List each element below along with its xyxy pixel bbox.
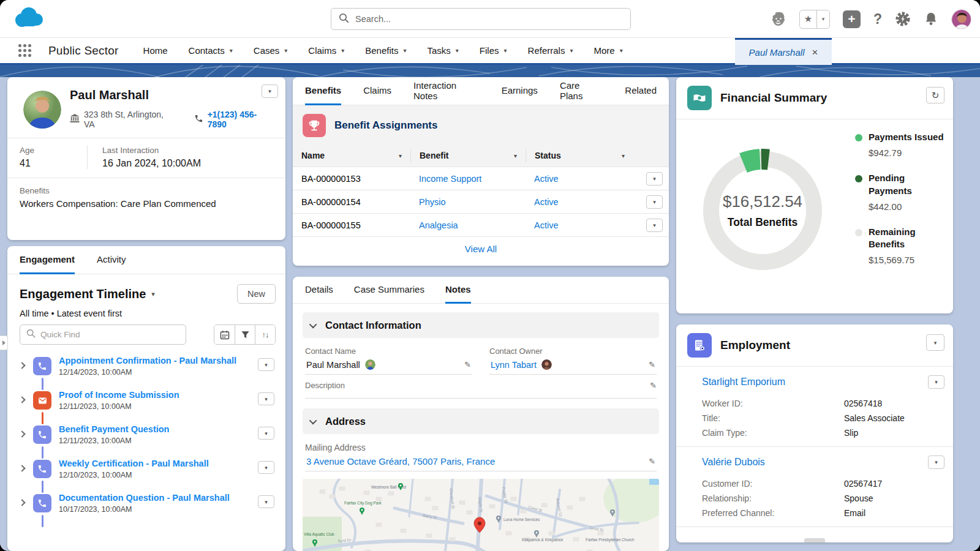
- notifications-bell-icon[interactable]: [924, 12, 938, 27]
- favorites-control[interactable]: ★ ▾: [799, 10, 830, 29]
- row-actions-dropdown[interactable]: ▾: [646, 195, 663, 209]
- section-address[interactable]: Address: [303, 408, 659, 434]
- timeline-item-title[interactable]: Appointment Confirmation - Paul Marshall: [59, 356, 277, 365]
- timeline-item-date: 12/11/2023, 10:00AM: [59, 437, 277, 445]
- salesforce-logo[interactable]: [11, 6, 48, 34]
- expand-chevron-icon[interactable]: [18, 499, 25, 506]
- expand-chevron-icon[interactable]: [18, 430, 25, 437]
- customer-id-link[interactable]: 02567417: [844, 479, 882, 489]
- einstein-icon[interactable]: [770, 11, 786, 27]
- section-contact-information[interactable]: Contact Information: [303, 312, 659, 338]
- contact-owner-value[interactable]: Lynn Tabart: [491, 360, 537, 370]
- chevron-down-icon: ▾: [151, 290, 155, 298]
- star-icon[interactable]: ★: [800, 10, 816, 28]
- timeline-item-title[interactable]: Proof of Income Submission: [59, 390, 277, 400]
- partially-visible-button[interactable]: [804, 538, 825, 542]
- row-actions-dropdown[interactable]: ▾: [646, 219, 663, 232]
- column-header-benefit[interactable]: Benefit▾: [410, 149, 526, 162]
- timeline-item: Documentation Question - Paul Marshall 1…: [15, 492, 277, 526]
- nav-item-claims[interactable]: Claims▾: [308, 45, 344, 56]
- nav-item-files[interactable]: Files▾: [480, 45, 507, 56]
- tab-related[interactable]: Related: [625, 77, 657, 105]
- edit-pencil-icon[interactable]: ✎: [649, 457, 655, 466]
- help-icon[interactable]: ?: [873, 11, 882, 28]
- timeline-item-dropdown[interactable]: ▾: [258, 495, 274, 508]
- timeline-item-title[interactable]: Benefit Payment Question: [59, 424, 277, 434]
- tab-interaction-notes[interactable]: Interaction Notes: [413, 77, 480, 105]
- status-link[interactable]: Active: [534, 197, 559, 207]
- nav-item-tasks[interactable]: Tasks▾: [427, 45, 458, 56]
- close-icon[interactable]: ×: [812, 47, 818, 59]
- timeline-item-title[interactable]: Weekly Certification - Paul Marshall: [59, 459, 277, 468]
- mailing-address-value[interactable]: 3 Avenue Octave Gréard, 75007 Paris, Fra…: [306, 456, 495, 467]
- quick-find[interactable]: [20, 324, 186, 345]
- entry-actions-dropdown[interactable]: ▾: [928, 375, 944, 389]
- refresh-button[interactable]: ↻: [926, 87, 944, 103]
- quick-find-input[interactable]: [40, 330, 179, 339]
- tab-earnings[interactable]: Earnings: [502, 77, 538, 105]
- edit-pencil-icon[interactable]: ✎: [649, 360, 655, 369]
- benefit-link[interactable]: Income Support: [419, 174, 481, 184]
- new-button[interactable]: New: [237, 284, 276, 304]
- tab-paul-marshall[interactable]: Paul Marshall ×: [735, 38, 832, 65]
- row-actions-dropdown[interactable]: ▾: [646, 172, 663, 186]
- timeline-item-title[interactable]: Documentation Question - Paul Marshall: [59, 493, 277, 503]
- view-all-link[interactable]: View All: [465, 244, 497, 254]
- status-link[interactable]: Active: [534, 174, 559, 184]
- call-icon: [33, 494, 51, 512]
- tab-benefits[interactable]: Benefits: [305, 77, 341, 105]
- date-range-button[interactable]: [214, 325, 235, 344]
- related-contact-link[interactable]: Valérie Dubois: [702, 457, 765, 468]
- global-search[interactable]: [331, 8, 631, 30]
- nav-item-contacts[interactable]: Contacts▾: [189, 45, 233, 56]
- filter-button[interactable]: [235, 325, 255, 344]
- contact-actions-dropdown[interactable]: ▾: [262, 84, 278, 98]
- mailing-address-map[interactable]: Westmore Ball Field Fairfax City Dog Par…: [303, 479, 659, 551]
- expand-chevron-icon[interactable]: [18, 396, 25, 403]
- entry-actions-dropdown[interactable]: ▾: [928, 455, 944, 469]
- expand-chevron-icon[interactable]: [18, 362, 25, 369]
- tab-details[interactable]: Details: [305, 277, 333, 304]
- tab-claims[interactable]: Claims: [363, 77, 391, 105]
- edit-pencil-icon[interactable]: ✎: [650, 381, 657, 390]
- edit-pencil-icon[interactable]: ✎: [464, 360, 471, 369]
- search-input[interactable]: [355, 14, 623, 24]
- timeline-item-dropdown[interactable]: ▾: [258, 461, 274, 474]
- employment-actions-dropdown[interactable]: ▾: [926, 334, 944, 351]
- favorites-caret-icon[interactable]: ▾: [816, 10, 829, 28]
- expand-chevron-icon[interactable]: [18, 465, 25, 471]
- worker-id-link[interactable]: 02567418: [844, 399, 882, 408]
- engagement-timeline-title[interactable]: Engagement Timeline ▾: [20, 287, 155, 301]
- benefit-link[interactable]: Physio: [419, 197, 446, 207]
- column-header-status[interactable]: Status▾: [526, 149, 633, 162]
- nav-item-benefits[interactable]: Benefits▾: [365, 45, 406, 56]
- tab-care-plans[interactable]: Care Plans: [560, 77, 603, 105]
- tab-notes[interactable]: Notes: [445, 277, 471, 304]
- contact-phone[interactable]: +1(123) 456-7890: [208, 110, 273, 129]
- nav-item-more[interactable]: More▾: [594, 45, 622, 56]
- benefit-link[interactable]: Analgesia: [419, 220, 458, 230]
- tab-engagement[interactable]: Engagement: [20, 246, 75, 274]
- employer-link[interactable]: Starlight Emporium: [702, 377, 785, 388]
- tab-activity[interactable]: Activity: [97, 246, 126, 274]
- institution-icon: [70, 114, 80, 125]
- nav-item-referrals[interactable]: Referrals▾: [528, 45, 573, 56]
- column-header-name[interactable]: Name▾: [293, 149, 410, 162]
- timeline-item-dropdown[interactable]: ▾: [258, 392, 274, 405]
- nav-item-cases[interactable]: Cases▾: [254, 45, 288, 56]
- last-interaction-value: 16 Jan 2024, 10:00AM: [102, 158, 201, 169]
- user-avatar[interactable]: [951, 9, 971, 29]
- status-link[interactable]: Active: [534, 220, 559, 230]
- tab-case-summaries[interactable]: Case Summaries: [354, 277, 424, 304]
- nav-item-home[interactable]: Home: [143, 45, 168, 56]
- timeline-item-dropdown[interactable]: ▾: [258, 358, 274, 371]
- field-label: Preferred Channel:: [702, 508, 844, 518]
- app-launcher-icon[interactable]: [18, 44, 31, 57]
- call-icon: [33, 357, 51, 375]
- setup-gear-icon[interactable]: [895, 11, 911, 27]
- sort-button[interactable]: ↑↓: [255, 325, 275, 344]
- contact-owner-label: Contact Owner: [489, 347, 657, 356]
- expand-panel-handle[interactable]: [0, 335, 8, 350]
- timeline-item-dropdown[interactable]: ▾: [258, 427, 274, 440]
- global-add-icon[interactable]: +: [843, 10, 861, 28]
